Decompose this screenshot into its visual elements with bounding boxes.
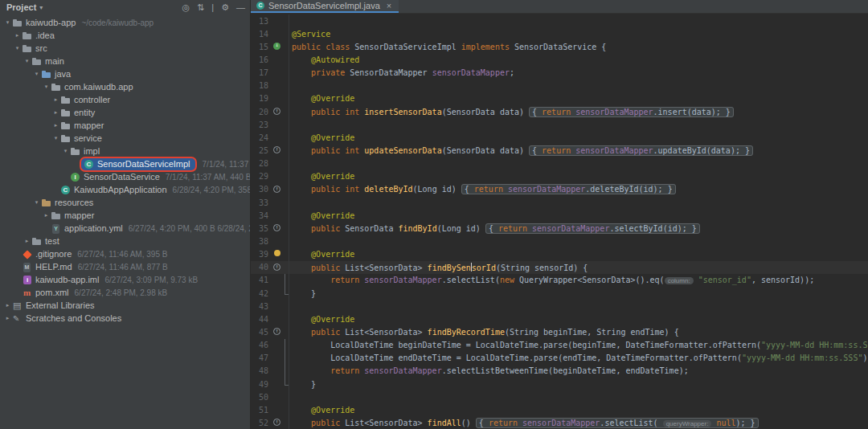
tree-item-resources[interactable]: ▾resources bbox=[0, 196, 250, 209]
code-line-30[interactable]: 30 public int deleteById(Long id) { retu… bbox=[251, 183, 868, 196]
settings-gear-icon[interactable]: ⚙ bbox=[221, 3, 229, 12]
tree-item-idea[interactable]: ▸.idea bbox=[0, 29, 250, 42]
chevron-collapsed-icon[interactable]: ▸ bbox=[51, 96, 60, 103]
tree-item-kaiwudb-app[interactable]: ▾kaiwudb-app~/code/kaiwudb-app bbox=[0, 16, 250, 29]
code-line-46[interactable]: 46 LocalDateTime beginDateTime = LocalDa… bbox=[251, 339, 868, 352]
code-line-33[interactable]: 33 bbox=[251, 196, 868, 209]
override-gutter-icon[interactable] bbox=[272, 105, 282, 118]
chevron-expanded-icon[interactable]: ▾ bbox=[42, 84, 51, 90]
chevron-expanded-icon[interactable]: ▾ bbox=[61, 148, 70, 154]
tree-item-controller[interactable]: ▸controller bbox=[0, 93, 250, 106]
code-line-38[interactable]: 38 bbox=[251, 235, 868, 247]
gutter-spacer bbox=[272, 287, 282, 300]
override-gutter-icon[interactable] bbox=[272, 144, 282, 157]
tree-item-service[interactable]: ▾service bbox=[0, 132, 250, 145]
code-line-28[interactable]: 28 bbox=[251, 157, 868, 170]
code-line-14[interactable]: 14@Service bbox=[251, 27, 868, 40]
chevron-expanded-icon[interactable]: ▾ bbox=[23, 58, 31, 64]
folded-region[interactable]: { return sensorDataMapper.selectById(id)… bbox=[485, 223, 700, 234]
code-line-40[interactable]: 40 public List<SensorData> findBySensorI… bbox=[251, 261, 868, 274]
code-line-39[interactable]: 39 @Override bbox=[251, 248, 868, 261]
hide-panel-icon[interactable]: ― bbox=[236, 3, 245, 12]
class-icon bbox=[84, 159, 94, 170]
code-line-50[interactable]: 50 bbox=[251, 390, 868, 403]
code-line-41[interactable]: 41 return sensorDataMapper.selectList(ne… bbox=[251, 274, 868, 287]
tree-item-test[interactable]: ▸test bbox=[0, 235, 250, 247]
override-gutter-icon[interactable] bbox=[272, 416, 282, 429]
tree-item-application-yml[interactable]: application.yml6/27/24, 4:20 PM, 400 B 6… bbox=[0, 222, 250, 235]
impl-gutter-icon[interactable] bbox=[272, 40, 282, 53]
chevron-collapsed-icon[interactable]: ▸ bbox=[3, 315, 12, 321]
bulb-gutter-icon[interactable] bbox=[272, 248, 282, 261]
project-dropdown-caret-icon[interactable]: ▾ bbox=[39, 4, 43, 11]
tree-item-sensordataserviceimpl[interactable]: SensorDataServiceImpl7/1/24, 11:37 AM, 1… bbox=[0, 157, 250, 170]
chevron-expanded-icon[interactable]: ▾ bbox=[51, 135, 60, 141]
tree-item-java[interactable]: ▾java bbox=[0, 67, 250, 80]
collapse-all-icon[interactable]: ⇅ bbox=[197, 3, 204, 12]
chevron-collapsed-icon[interactable]: ▸ bbox=[13, 32, 22, 39]
chevron-collapsed-icon[interactable]: ▸ bbox=[51, 109, 60, 116]
chevron-collapsed-icon[interactable]: ▸ bbox=[51, 122, 60, 129]
code-line-18[interactable]: 18 bbox=[251, 80, 868, 92]
tree-item-pom-xml[interactable]: pom.xml6/27/24, 2:48 PM, 2.98 kB bbox=[0, 286, 250, 299]
code-line-43[interactable]: 43 bbox=[251, 300, 868, 313]
project-panel-title[interactable]: Project bbox=[6, 2, 36, 12]
code-line-35[interactable]: 35 public SensorData findById(Long id) {… bbox=[251, 222, 868, 235]
code-line-48[interactable]: 48 return sensorDataMapper.selectListBet… bbox=[251, 365, 868, 378]
tree-item-sensordataservice[interactable]: SensorDataService7/1/24, 11:37 AM, 440 B… bbox=[0, 170, 250, 183]
tree-item-gitignore[interactable]: .gitignore6/27/24, 11:46 AM, 395 B bbox=[0, 247, 250, 260]
code-line-34[interactable]: 34 @Override bbox=[251, 209, 868, 222]
code-line-51[interactable]: 51 @Override bbox=[251, 403, 868, 416]
code-line-13[interactable]: 13 bbox=[251, 14, 868, 27]
code-line-52[interactable]: 52 public List<SensorData> findAll() { r… bbox=[251, 416, 868, 429]
fold-column bbox=[282, 157, 289, 170]
fold-column bbox=[282, 209, 289, 222]
override-gutter-icon[interactable] bbox=[272, 222, 282, 235]
tree-item-impl[interactable]: ▾impl bbox=[0, 145, 250, 157]
chevron-expanded-icon[interactable]: ▾ bbox=[13, 45, 22, 51]
tree-item-src[interactable]: ▾src bbox=[0, 42, 250, 55]
tree-item-mapper[interactable]: ▸mapper bbox=[0, 119, 250, 132]
locate-icon[interactable]: ◎ bbox=[182, 3, 190, 12]
folded-region[interactable]: { return sensorDataMapper.insert(data); … bbox=[529, 107, 734, 117]
code-line-17[interactable]: 17 private SensorDataMapper sensorDataMa… bbox=[251, 67, 868, 80]
tree-item-main[interactable]: ▾main bbox=[0, 55, 250, 67]
tab-close-icon[interactable]: × bbox=[387, 1, 391, 10]
code-line-20[interactable]: 20 public int insertSensorData(SensorDat… bbox=[251, 105, 868, 118]
code-line-19[interactable]: 19 @Override bbox=[251, 92, 868, 105]
tree-item-kaiwudb-app-iml[interactable]: kaiwudb-app.iml6/27/24, 3:09 PM, 9.73 kB bbox=[0, 273, 250, 286]
chevron-collapsed-icon[interactable]: ▸ bbox=[23, 238, 31, 244]
code-area[interactable]: 1314@Service15public class SensorDataSer… bbox=[251, 14, 868, 429]
folded-region[interactable]: { return sensorDataMapper.selectList( qu… bbox=[476, 418, 759, 428]
tree-item-entity[interactable]: ▸entity bbox=[0, 106, 250, 119]
tree-item-mapper[interactable]: ▸mapper bbox=[0, 209, 250, 222]
override-gutter-icon[interactable] bbox=[272, 261, 282, 274]
chevron-expanded-icon[interactable]: ▾ bbox=[32, 199, 41, 206]
override-gutter-icon[interactable] bbox=[272, 325, 282, 338]
code-line-25[interactable]: 25 public int updateSensorData(SensorDat… bbox=[251, 144, 868, 157]
editor-tab-sensordataserviceimpl[interactable]: C SensorDataServiceImpl.java × bbox=[251, 0, 399, 13]
code-line-45[interactable]: 45 public List<SensorData> findByRecordT… bbox=[251, 325, 868, 338]
code-line-44[interactable]: 44 @Override bbox=[251, 313, 868, 325]
chevron-collapsed-icon[interactable]: ▸ bbox=[3, 302, 12, 308]
tree-item-com-kaiwudb-app[interactable]: ▾com.kaiwudb.app bbox=[0, 80, 250, 93]
tree-item-external-libraries[interactable]: ▸External Libraries bbox=[0, 299, 250, 312]
folded-region[interactable]: { return sensorDataMapper.updateById(dat… bbox=[529, 145, 753, 156]
fold-column bbox=[282, 390, 289, 403]
chevron-expanded-icon[interactable]: ▾ bbox=[3, 19, 12, 26]
tree-item-kaiwudbappapplication[interactable]: KaiwudbAppApplication6/28/24, 4:20 PM, 3… bbox=[0, 183, 250, 196]
code-line-47[interactable]: 47 LocalDateTime endDateTime = LocalDate… bbox=[251, 352, 868, 365]
code-line-29[interactable]: 29 @Override bbox=[251, 170, 868, 183]
code-line-15[interactable]: 15public class SensorDataServiceImpl imp… bbox=[251, 40, 868, 53]
chevron-collapsed-icon[interactable]: ▸ bbox=[42, 212, 51, 219]
tree-item-scratches-and-consoles[interactable]: ▸Scratches and Consoles bbox=[0, 312, 250, 325]
code-line-42[interactable]: 42 } bbox=[251, 287, 868, 300]
code-line-23[interactable]: 23 bbox=[251, 118, 868, 131]
code-line-16[interactable]: 16 @Autowired bbox=[251, 53, 868, 66]
code-line-49[interactable]: 49 } bbox=[251, 378, 868, 390]
folded-region[interactable]: { return sensorDataMapper.deleteById(id)… bbox=[461, 184, 676, 194]
chevron-expanded-icon[interactable]: ▾ bbox=[32, 71, 41, 77]
code-line-24[interactable]: 24 @Override bbox=[251, 131, 868, 144]
tree-item-help-md[interactable]: HELP.md6/27/24, 11:46 AM, 877 B bbox=[0, 260, 250, 273]
override-gutter-icon[interactable] bbox=[272, 183, 282, 196]
